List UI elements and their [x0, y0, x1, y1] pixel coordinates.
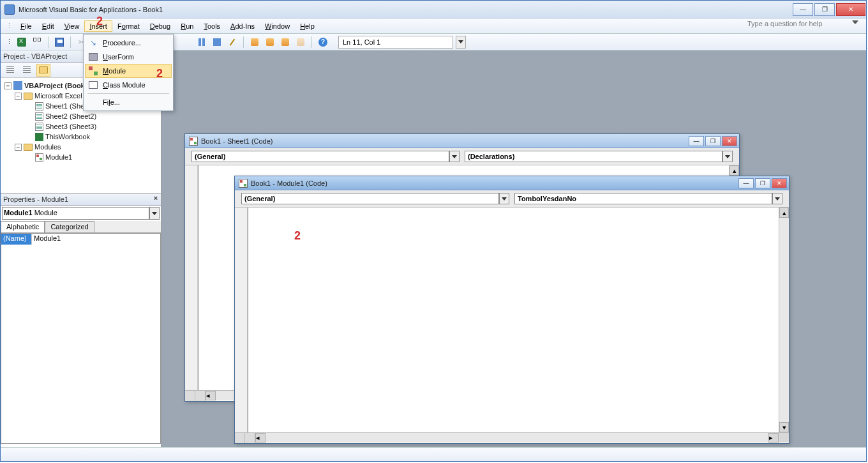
tree-item-thisworkbook[interactable]: ThisWorkbook — [2, 132, 160, 142]
child-titlebar[interactable]: Book1 - Sheet1 (Code) — ❐ ✕ — [185, 134, 739, 148]
property-row-name[interactable]: (Name) Module1 — [1, 234, 160, 245]
chevron-down-icon[interactable] — [722, 151, 733, 162]
tab-categorized[interactable]: Categorized — [45, 221, 94, 232]
child-minimize-button[interactable]: — — [689, 136, 704, 146]
menu-edit[interactable]: Edit — [37, 20, 59, 32]
chevron-down-icon[interactable] — [149, 207, 160, 220]
mdi-client-area: Book1 - Sheet1 (Code) — ❐ ✕ (General) (D… — [161, 50, 866, 447]
menu-addins[interactable]: Add-Ins — [225, 20, 260, 32]
menu-item-procedure[interactable]: ↘ Procedure... — [85, 36, 172, 50]
view-object-button[interactable] — [20, 64, 34, 77]
menu-format[interactable]: Format — [112, 20, 145, 32]
properties-object-selector[interactable]: Module1 Module — [2, 207, 160, 220]
chevron-down-icon — [458, 40, 463, 43]
toolbar-grip-icon: ⋮ — [6, 38, 13, 46]
procedure-dropdown[interactable]: (Declarations) — [465, 151, 733, 162]
code-editor[interactable]: ▴ ▾ — [235, 208, 789, 432]
procedure-view-button[interactable] — [185, 391, 195, 401]
cursor-position-dropdown[interactable] — [456, 36, 466, 49]
toolbox-button[interactable] — [294, 36, 307, 49]
view-excel-button[interactable] — [15, 36, 28, 49]
app-icon — [4, 4, 15, 15]
full-module-view-button[interactable] — [245, 433, 255, 443]
collapse-icon[interactable]: − — [15, 93, 22, 100]
tree-folder-modules[interactable]: − Modules — [2, 142, 160, 152]
view-code-button[interactable] — [3, 64, 17, 77]
properties-tabs: Alphabetic Categorized — [1, 221, 161, 233]
procedure-view-button[interactable] — [235, 433, 245, 443]
toggle-folders-button[interactable] — [36, 64, 50, 77]
object-dropdown[interactable]: (General) — [241, 193, 509, 204]
menu-item-class-module[interactable]: Class Module — [85, 78, 172, 92]
object-dropdown[interactable]: (General) — [191, 151, 460, 162]
scroll-up-button[interactable]: ▴ — [779, 208, 789, 218]
tree-item-sheet3[interactable]: Sheet3 (Sheet3) — [2, 121, 160, 132]
minimize-button[interactable]: — — [793, 3, 813, 16]
menu-debug[interactable]: Debug — [145, 20, 176, 32]
menu-window[interactable]: Window — [260, 20, 295, 32]
vertical-scrollbar[interactable]: ▴ ▾ — [779, 208, 789, 432]
menu-help[interactable]: Help — [295, 20, 320, 32]
child-title: Book1 - Module1 (Code) — [251, 179, 738, 187]
break-button[interactable] — [195, 36, 208, 49]
child-maximize-button[interactable]: ❐ — [755, 178, 770, 188]
properties-window-button[interactable] — [264, 36, 276, 49]
sheet-icon — [35, 123, 43, 131]
procedure-dropdown[interactable]: TombolYesdanNo — [514, 193, 782, 204]
menu-item-userform[interactable]: UserForm — [85, 50, 172, 64]
chevron-down-icon[interactable] — [852, 20, 858, 27]
property-value[interactable]: Module1 — [32, 234, 160, 245]
chevron-down-icon[interactable] — [499, 193, 509, 204]
project-pane-title: Project - VBAProject — [3, 52, 67, 60]
child-close-button[interactable]: ✕ — [722, 136, 737, 146]
help-button[interactable]: ? — [317, 36, 329, 49]
properties-pane-title: Properties - Module1 — [3, 195, 68, 203]
full-module-view-button[interactable] — [195, 391, 206, 401]
maximize-button[interactable]: ❐ — [814, 3, 835, 16]
menu-item-module[interactable]: Module — [85, 64, 172, 78]
properties-pane-close-button[interactable]: × — [151, 194, 161, 204]
menu-insert[interactable]: Insert — [84, 20, 112, 32]
menu-file[interactable]: File — [15, 20, 37, 32]
insert-dropdown-button[interactable] — [31, 36, 43, 49]
child-maximize-button[interactable]: ❐ — [705, 136, 721, 146]
properties-grid[interactable]: (Name) Module1 — [1, 233, 161, 444]
help-search-input[interactable] — [747, 20, 849, 27]
tree-item-module1[interactable]: Module1 — [2, 152, 160, 162]
menu-item-file[interactable]: File... — [85, 95, 172, 109]
horizontal-scrollbar[interactable]: ◂▸ — [255, 433, 779, 443]
child-titlebar[interactable]: Book1 - Module1 (Code) — ❐ ✕ — [235, 176, 789, 190]
pause-icon — [198, 38, 205, 46]
design-mode-button[interactable] — [226, 36, 239, 49]
collapse-icon[interactable]: − — [4, 82, 11, 89]
code-margin — [185, 165, 198, 390]
list-icon — [6, 66, 14, 74]
code-icon — [189, 137, 198, 146]
save-button[interactable] — [53, 36, 66, 49]
collapse-icon[interactable]: − — [15, 144, 22, 151]
menu-grip-icon: ⋮ — [6, 22, 13, 30]
chevron-down-icon[interactable] — [772, 193, 782, 204]
tree-item-sheet2[interactable]: Sheet2 (Sheet2) — [2, 111, 160, 121]
menu-run[interactable]: Run — [176, 20, 198, 32]
code-window-module1[interactable]: Book1 - Module1 (Code) — ❐ ✕ (General) T… — [234, 176, 789, 444]
help-search[interactable] — [747, 20, 858, 27]
project-icon — [251, 38, 258, 46]
module-icon — [89, 66, 98, 75]
userform-icon — [89, 53, 98, 61]
chevron-down-icon[interactable] — [449, 151, 460, 162]
project-explorer-button[interactable] — [248, 36, 261, 49]
reset-button[interactable] — [211, 36, 223, 49]
menu-view[interactable]: View — [59, 20, 85, 32]
object-browser-button[interactable] — [279, 36, 292, 49]
folder-icon — [39, 66, 48, 73]
scroll-down-button[interactable]: ▾ — [779, 422, 789, 432]
scroll-up-button[interactable]: ▴ — [730, 165, 739, 176]
close-button[interactable]: ✕ — [836, 3, 865, 16]
menu-tools[interactable]: Tools — [198, 20, 225, 32]
tab-alphabetic[interactable]: Alphabetic — [1, 221, 45, 232]
pencil-icon — [230, 38, 236, 45]
child-close-button[interactable]: ✕ — [772, 178, 787, 188]
browser-icon — [281, 38, 289, 46]
child-minimize-button[interactable]: — — [738, 178, 754, 188]
